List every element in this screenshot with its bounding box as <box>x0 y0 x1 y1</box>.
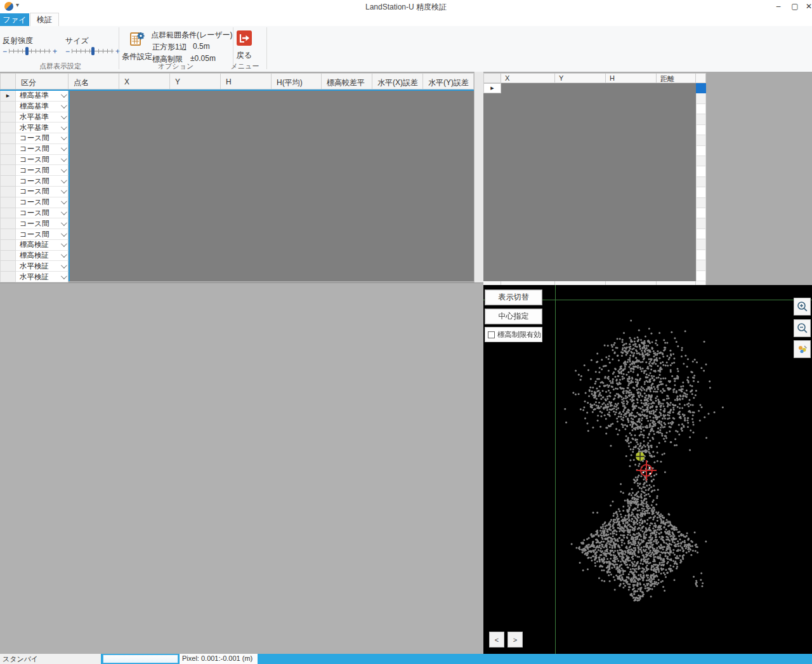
back-button[interactable]: 戻る <box>236 30 252 61</box>
category-dropdown[interactable]: 標高基準 <box>16 102 69 112</box>
point-display-settings-button[interactable] <box>794 340 811 358</box>
elevation-limit-checkbox[interactable] <box>488 331 495 338</box>
left-table-column-header[interactable]: Y <box>170 73 221 90</box>
empty-cell[interactable] <box>696 93 706 103</box>
empty-cell[interactable] <box>696 146 706 156</box>
category-dropdown[interactable]: コース間 <box>16 197 69 208</box>
left-table-column-header[interactable]: H <box>221 73 272 90</box>
empty-cell[interactable] <box>696 104 706 114</box>
category-dropdown[interactable]: 水平検証 <box>16 272 69 282</box>
row-selector-cell[interactable] <box>0 261 16 272</box>
minimize-button[interactable]: – <box>770 0 787 13</box>
empty-cell[interactable] <box>696 250 706 260</box>
empty-cell[interactable] <box>696 198 706 208</box>
slider-minus[interactable]: − <box>3 47 7 56</box>
row-selector-cell[interactable] <box>0 102 16 112</box>
right-table-row-strip <box>696 83 706 281</box>
row-selector-cell[interactable] <box>0 272 16 282</box>
category-dropdown[interactable]: コース間 <box>16 133 69 144</box>
category-dropdown[interactable]: コース間 <box>16 187 69 197</box>
empty-cell[interactable] <box>696 156 706 166</box>
center-specify-button[interactable]: 中心指定 <box>485 309 542 324</box>
row-selector-cell[interactable] <box>0 123 16 133</box>
empty-cell[interactable] <box>696 239 706 249</box>
row-selector-cell[interactable] <box>0 144 16 155</box>
size-slider[interactable]: − + <box>65 47 120 55</box>
row-selector-cell[interactable] <box>0 251 16 262</box>
right-table-column-header[interactable] <box>696 73 706 83</box>
empty-cell[interactable] <box>696 187 706 197</box>
empty-cell[interactable] <box>696 260 706 270</box>
empty-cell[interactable] <box>696 135 706 145</box>
empty-cell[interactable] <box>696 177 706 187</box>
empty-cell[interactable] <box>696 125 706 135</box>
category-dropdown[interactable]: 標高検証 <box>16 240 69 251</box>
category-dropdown[interactable]: 水平基準 <box>16 123 69 133</box>
intensity-slider-thumb[interactable] <box>25 47 29 55</box>
size-slider-track[interactable] <box>72 48 114 54</box>
category-dropdown[interactable]: コース間 <box>16 165 69 176</box>
condition-settings-button[interactable]: 条件設定 <box>122 30 152 62</box>
empty-cell[interactable] <box>696 114 706 124</box>
close-button[interactable]: ✕ <box>801 0 812 13</box>
right-table-column-header[interactable]: Y <box>555 73 606 83</box>
category-dropdown[interactable]: コース間 <box>16 229 69 240</box>
left-table-scrollbar[interactable] <box>474 72 483 282</box>
right-table-row-indicator[interactable]: ▶ <box>483 83 501 93</box>
intensity-slider[interactable]: − + <box>3 47 57 55</box>
category-dropdown[interactable]: コース間 <box>16 208 69 219</box>
category-dropdown[interactable]: 水平基準 <box>16 112 69 123</box>
size-slider-thumb[interactable] <box>91 47 95 55</box>
row-selector-cell[interactable] <box>0 112 16 123</box>
row-selector-cell[interactable] <box>0 229 16 240</box>
category-dropdown[interactable]: コース間 <box>16 218 69 229</box>
left-table-selector-header[interactable] <box>0 73 16 90</box>
chevron-down-icon <box>61 135 67 141</box>
row-selector-cell[interactable] <box>0 165 16 176</box>
tab-file[interactable]: ファイル <box>0 13 29 26</box>
intensity-slider-track[interactable] <box>9 48 51 54</box>
left-table-column-header[interactable]: H(平均) <box>272 73 322 90</box>
category-dropdown[interactable]: 標高検証 <box>16 251 69 262</box>
right-table-column-header[interactable]: 距離 <box>657 73 696 83</box>
empty-cell[interactable] <box>696 208 706 218</box>
left-table-column-header[interactable]: 点名 <box>69 73 119 90</box>
prev-button[interactable]: < <box>489 632 504 647</box>
right-table-selector-header[interactable] <box>483 73 501 83</box>
left-table-column-header[interactable]: 水平(Y)誤差 <box>423 73 474 90</box>
row-selector-cell[interactable] <box>0 197 16 208</box>
empty-cell[interactable] <box>696 218 706 229</box>
selected-cell[interactable] <box>696 83 706 93</box>
row-selector-cell[interactable] <box>0 187 16 197</box>
display-toggle-button[interactable]: 表示切替 <box>485 289 542 305</box>
right-table-column-header[interactable]: H <box>606 73 657 83</box>
row-selector-cell[interactable] <box>0 176 16 187</box>
category-dropdown[interactable]: 水平検証 <box>16 261 69 272</box>
empty-cell[interactable] <box>696 229 706 239</box>
left-table-column-header[interactable]: X <box>119 73 170 90</box>
row-selector-cell[interactable] <box>0 240 16 251</box>
next-button[interactable]: > <box>508 632 523 647</box>
point-cloud-viewer[interactable]: 表示切替 中心指定 標高制限有効 <box>483 285 812 654</box>
row-selector-cell[interactable] <box>0 218 16 229</box>
tab-verify[interactable]: 検証 <box>30 13 59 26</box>
right-table-column-header[interactable]: X <box>501 73 555 83</box>
category-dropdown[interactable]: コース間 <box>16 176 69 187</box>
zoom-in-button[interactable] <box>794 298 811 315</box>
left-table-column-header[interactable]: 水平(X)誤差 <box>372 73 423 90</box>
zoom-out-button[interactable] <box>794 319 811 337</box>
category-dropdown[interactable]: コース間 <box>16 144 69 155</box>
left-table-column-header[interactable]: 標高較差平均 <box>322 73 372 90</box>
category-dropdown[interactable]: コース間 <box>16 155 69 166</box>
row-selector-cell[interactable] <box>0 208 16 219</box>
slider-minus[interactable]: − <box>65 47 70 56</box>
left-table-column-header[interactable]: 区分 <box>16 73 69 90</box>
empty-cell[interactable] <box>696 166 706 176</box>
row-selector-cell[interactable]: ▶ <box>0 91 16 102</box>
slider-plus[interactable]: + <box>53 47 57 56</box>
empty-cell[interactable] <box>696 271 706 281</box>
category-dropdown[interactable]: 標高基準 <box>16 91 69 102</box>
row-selector-cell[interactable] <box>0 133 16 144</box>
chevron-down-icon <box>61 188 67 194</box>
row-selector-cell[interactable] <box>0 155 16 166</box>
